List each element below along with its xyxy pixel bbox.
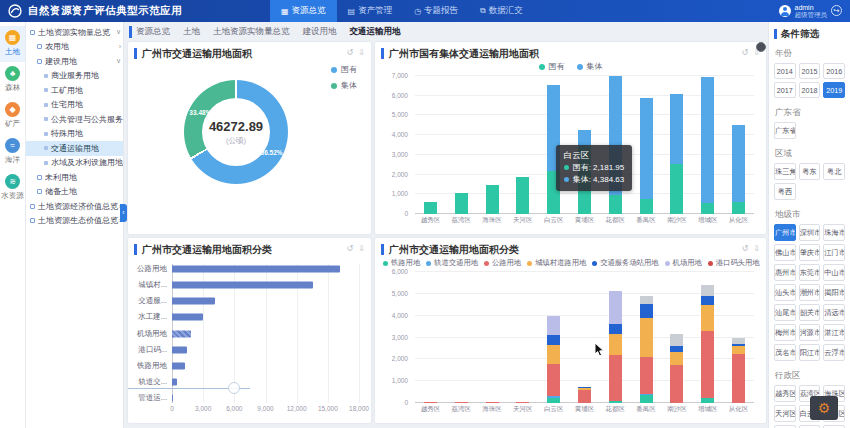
tree-item-土地资源生态价值总览[interactable]: 土地资源生态价值总览› — [26, 214, 123, 229]
filter-option-中山市[interactable]: 中山市 — [823, 264, 845, 281]
filter-option-粤北[interactable]: 粤北 — [823, 163, 845, 180]
tree-item-水域及水利设施用地[interactable]: 水域及水利设施用地 — [26, 156, 123, 171]
bar-slot-南沙区[interactable] — [662, 272, 693, 403]
legend-item-铁路用地[interactable]: 铁路用地 — [383, 258, 420, 268]
rail-item-水资源[interactable]: ≋水资源 — [0, 170, 25, 206]
h-bar-row-轨道交...[interactable]: 轨道交... — [134, 377, 359, 387]
horizontal-bar-chart[interactable]: 公路用地城镇村...交通服...水工建...机场用地港口码...铁路用地轨道交.… — [134, 262, 359, 417]
rail-item-海洋[interactable]: ≈海洋 — [0, 134, 25, 170]
h-bar-row-机场用地[interactable]: 机场用地 — [134, 329, 359, 339]
tree-item-住宅用地[interactable]: 住宅用地 — [26, 98, 123, 113]
filter-option-惠州市[interactable]: 惠州市 — [774, 264, 796, 281]
legend-item-公路用地[interactable]: 公路用地 — [484, 258, 521, 268]
filter-option-东莞市[interactable]: 东莞市 — [799, 264, 821, 281]
bar-slot-增城区[interactable] — [692, 76, 723, 214]
filter-option-2014[interactable]: 2014 — [774, 63, 796, 79]
donut-chart[interactable]: 46272.89 (公顷) 66.52%33.48% — [184, 80, 288, 184]
nav-item-专题报告[interactable]: ◷专题报告 — [403, 0, 469, 22]
filter-option-2018[interactable]: 2018 — [799, 82, 821, 98]
floating-dot-widget[interactable] — [756, 42, 766, 52]
bar-slot-增城区[interactable] — [692, 272, 723, 403]
filter-option-广东省[interactable]: 广东省 — [774, 122, 796, 139]
filter-option-2016[interactable]: 2016 — [823, 63, 845, 79]
breadcrumb-item-土地[interactable]: 土地 — [183, 26, 200, 38]
breadcrumb-item-资源总览[interactable]: 资源总览 — [129, 26, 170, 38]
restore-icon[interactable]: ↺ — [347, 48, 354, 58]
legend-item-国有[interactable]: 国有 — [539, 61, 565, 72]
filter-option-河源市[interactable]: 河源市 — [799, 324, 821, 341]
tree-item-公共管理与公共服务用地[interactable]: 公共管理与公共服务用地 — [26, 112, 123, 127]
sidebar-collapse-toggle[interactable]: ‹ — [120, 204, 127, 222]
breadcrumb-item-建设用地[interactable]: 建设用地 — [303, 26, 337, 38]
bar-slot-从化区[interactable] — [723, 76, 754, 214]
filter-option-粤东[interactable]: 粤东 — [799, 163, 821, 180]
filter-option-2017[interactable]: 2017 — [774, 82, 796, 98]
bar-slot-海珠区[interactable] — [477, 272, 508, 403]
h-bar-row-铁路用地[interactable]: 铁路用地 — [134, 361, 359, 371]
legend-item-交通服务场站用地[interactable]: 交通服务场站用地 — [592, 258, 658, 268]
bar-slot-越秀区[interactable] — [415, 76, 446, 214]
stacked-category-bar-chart[interactable]: 01,0002,0003,0004,0005,0006,000越秀区荔湾区海珠区… — [383, 270, 758, 417]
breadcrumb-item-交通运输用地[interactable]: 交通运输用地 — [350, 26, 401, 38]
zoom-slider-handle[interactable] — [228, 382, 240, 394]
bar-slot-白云区[interactable] — [538, 272, 569, 403]
rail-item-矿产[interactable]: ◆矿产 — [0, 98, 25, 134]
filter-option-珠海市[interactable]: 珠海市 — [823, 224, 845, 241]
settings-widget[interactable]: ⚙ — [810, 396, 838, 420]
nav-item-资源总览[interactable]: ▦资源总览 — [270, 0, 337, 22]
download-icon[interactable]: ⇩ — [753, 244, 760, 254]
filter-option-天河区[interactable]: 天河区 — [774, 405, 796, 422]
h-bar-row-管道运...[interactable]: 管道运... — [134, 393, 359, 403]
filter-option-湛江市[interactable]: 湛江市 — [823, 324, 845, 341]
filter-option-汕尾市[interactable]: 汕尾市 — [774, 304, 796, 321]
restore-icon[interactable]: ↺ — [742, 48, 749, 58]
bar-slot-越秀区[interactable] — [415, 272, 446, 403]
download-icon[interactable]: ⇩ — [358, 244, 365, 254]
bar-slot-天河区[interactable] — [507, 272, 538, 403]
restore-icon[interactable]: ↺ — [742, 244, 749, 254]
filter-option-2019[interactable]: 2019 — [823, 82, 845, 98]
nav-item-数据汇交[interactable]: ⧉数据汇交 — [469, 0, 534, 22]
rail-item-土地[interactable]: ▦土地 — [0, 26, 25, 62]
download-icon[interactable]: ⇩ — [358, 48, 365, 58]
h-bar-row-公路用地[interactable]: 公路用地 — [134, 264, 359, 274]
h-bar-row-水工建...[interactable]: 水工建... — [134, 312, 359, 322]
bar-slot-番禺区[interactable] — [631, 272, 662, 403]
bar-slot-从化区[interactable] — [723, 272, 754, 403]
stacked-bar-chart[interactable]: 01,0002,0003,0004,0005,0006,0007,000白云区国… — [383, 74, 758, 228]
filter-option-梅州市[interactable]: 梅州市 — [774, 324, 796, 341]
nav-item-资产管理[interactable]: ▤资产管理 — [337, 0, 404, 22]
filter-option-茂名市[interactable]: 茂名市 — [774, 344, 796, 361]
filter-option-2015[interactable]: 2015 — [799, 63, 821, 79]
legend-item-集体[interactable]: 集体 — [331, 80, 357, 91]
restore-icon[interactable]: ↺ — [347, 244, 354, 254]
tree-item-建设用地[interactable]: 建设用地∨ — [26, 54, 123, 69]
bar-slot-南沙区[interactable] — [662, 76, 693, 214]
filter-option-粤西[interactable]: 粤西 — [774, 183, 796, 200]
bar-slot-番禺区[interactable] — [631, 76, 662, 214]
bar-slot-花都区[interactable] — [600, 272, 631, 403]
h-bar-row-交通服...[interactable]: 交通服... — [134, 296, 359, 306]
bar-slot-海珠区[interactable] — [477, 76, 508, 214]
tree-item-未利用地[interactable]: 未利用地 — [26, 170, 123, 185]
tree-item-商业服务用地[interactable]: 商业服务用地 — [26, 69, 123, 84]
filter-option-越秀区[interactable]: 越秀区 — [774, 385, 796, 402]
tree-item-土地资源经济价值总览[interactable]: 土地资源经济价值总览› — [26, 199, 123, 214]
legend-item-机场用地[interactable]: 机场用地 — [665, 258, 702, 268]
tree-item-特殊用地[interactable]: 特殊用地 — [26, 127, 123, 142]
legend-item-国有[interactable]: 国有 — [331, 64, 357, 75]
filter-option-广州市[interactable]: 广州市 — [774, 224, 796, 241]
tree-item-工矿用地[interactable]: 工矿用地 — [26, 83, 123, 98]
filter-option-云浮市[interactable]: 云浮市 — [823, 344, 845, 361]
filter-option-揭阳市[interactable]: 揭阳市 — [823, 284, 845, 301]
filter-option-潮州市[interactable]: 潮州市 — [799, 284, 821, 301]
legend-item-集体[interactable]: 集体 — [577, 61, 603, 72]
filter-option-韶关市[interactable]: 韶关市 — [799, 304, 821, 321]
breadcrumb-item-土地资源实物量总览[interactable]: 土地资源实物量总览 — [213, 26, 290, 38]
filter-option-阳江市[interactable]: 阳江市 — [799, 344, 821, 361]
rail-item-森林[interactable]: ♣森林 — [0, 62, 25, 98]
h-bar-row-港口码...[interactable]: 港口码... — [134, 345, 359, 355]
filter-option-佛山市[interactable]: 佛山市 — [774, 244, 796, 261]
h-bar-row-城镇村...[interactable]: 城镇村... — [134, 280, 359, 290]
legend-item-港口码头用地[interactable]: 港口码头用地 — [708, 258, 760, 268]
